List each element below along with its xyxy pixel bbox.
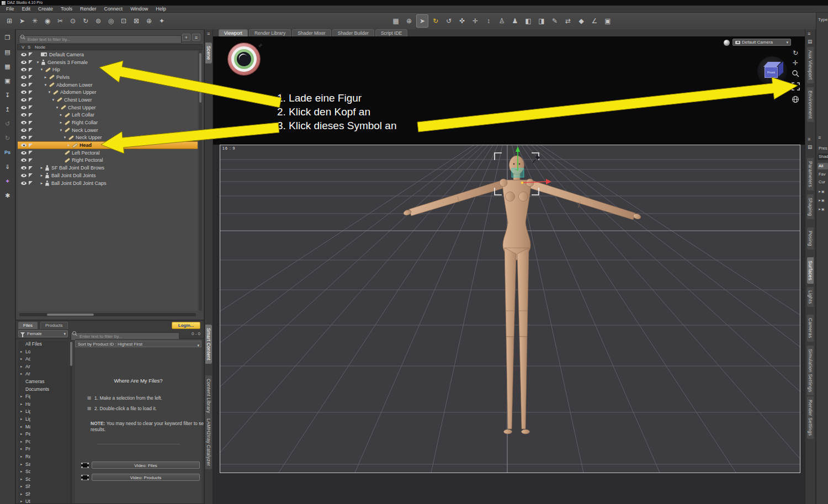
view-navigation-cube[interactable]: Front	[757, 56, 787, 86]
install-manager-icon[interactable]: ⇓	[2, 161, 14, 173]
visibility-eye-icon[interactable]	[21, 113, 26, 116]
category-cameras[interactable]: Cameras	[18, 378, 68, 386]
cube-node-icon[interactable]: ⊡	[118, 14, 130, 28]
selection-pointer-icon[interactable]	[29, 105, 33, 109]
tab-files[interactable]: Files	[18, 322, 38, 329]
selection-pointer-icon[interactable]	[29, 158, 33, 162]
globe-camera-icon[interactable]	[792, 96, 799, 105]
video-products-button[interactable]: Video: Products	[92, 474, 200, 481]
expand-icon[interactable]	[59, 129, 63, 132]
expand-icon[interactable]	[39, 182, 44, 185]
node-label[interactable]: Head	[79, 142, 92, 148]
menu-connect[interactable]: Connect	[100, 6, 127, 12]
selection-pointer-icon[interactable]	[29, 136, 33, 140]
spot-render-icon[interactable]: ▦	[390, 14, 402, 28]
render-aspect-frame[interactable]: 16 : 9	[220, 145, 800, 473]
scene-node-row[interactable]: Right Pectoral	[18, 157, 198, 165]
expand-icon[interactable]	[59, 121, 63, 124]
tab-presets-clipped[interactable]: Pres	[818, 145, 828, 152]
category-utilities[interactable]: Utilities	[18, 498, 30, 503]
pane-menu-icon[interactable]: ≡	[808, 31, 810, 36]
node-label[interactable]: Chest Lower	[64, 97, 92, 103]
joint-editor-icon[interactable]: ♟	[509, 14, 521, 28]
expand-icon[interactable]	[43, 83, 48, 87]
visibility-eye-icon[interactable]	[21, 182, 26, 185]
menu-create[interactable]: Create	[34, 6, 57, 12]
selection-pointer-icon[interactable]	[29, 75, 33, 79]
dforce-icon[interactable]: ✦	[2, 175, 14, 187]
expand-icon[interactable]	[39, 68, 44, 71]
node-label[interactable]: Genesis 3 Female	[47, 60, 88, 65]
menu-window[interactable]: Window	[126, 6, 152, 12]
translate-tool-icon[interactable]: ✛	[469, 14, 481, 28]
menu-file[interactable]: File	[2, 6, 18, 12]
scene-node-row[interactable]: Neck Upper	[18, 134, 198, 142]
scene-node-row[interactable]: Chest Lower	[18, 96, 198, 104]
filter-all-clipped[interactable]: All	[818, 163, 828, 169]
node-cut-icon[interactable]: ✂	[54, 14, 66, 28]
tab-shader-mixer[interactable]: Shader Mixer	[292, 29, 331, 36]
tab-products[interactable]: Products	[40, 322, 68, 329]
scene-filter-input[interactable]	[19, 35, 182, 44]
expand-icon[interactable]	[62, 136, 67, 139]
category-animations[interactable]: Animations	[18, 370, 30, 378]
tab-scene[interactable]: Scene	[205, 43, 212, 63]
tab-script-ide[interactable]: Script IDE	[375, 29, 407, 36]
selection-pointer-icon[interactable]	[29, 83, 33, 87]
visibility-eye-icon[interactable]	[21, 121, 26, 124]
redo-icon[interactable]: ↻	[2, 132, 14, 144]
selection-pointer-icon[interactable]	[29, 52, 33, 56]
expand-icon[interactable]	[51, 98, 56, 102]
video-files-button[interactable]: Video: Files	[92, 461, 200, 469]
scene-node-row[interactable]: Ball Joint Doll Joints	[18, 172, 198, 179]
active-pose-tool-icon[interactable]: ↺	[443, 14, 455, 28]
tab-render-library[interactable]: Render Library	[249, 29, 291, 36]
scene-node-row[interactable]: Ball Joint Doll Joint Caps	[18, 179, 198, 187]
scene-node-row[interactable]: Genesis 3 Female	[18, 59, 198, 66]
tab-posing[interactable]: Posing	[807, 227, 814, 250]
node-edit-icon[interactable]: ➤	[16, 14, 28, 28]
category-scrollbar[interactable]	[70, 341, 72, 503]
node-label[interactable]: Right Pectoral	[72, 157, 103, 163]
category-props[interactable]: Props	[18, 445, 30, 453]
visibility-eye-icon[interactable]	[21, 136, 26, 139]
menu-edit[interactable]: Edit	[18, 6, 35, 12]
import-icon[interactable]: ↧	[2, 89, 14, 101]
aim-at-icon[interactable]: ⊕	[403, 14, 415, 28]
tab-smart-content[interactable]: Smart Content	[205, 325, 212, 364]
expand-icon[interactable]	[43, 76, 48, 79]
selection-pointer-icon[interactable]	[29, 128, 33, 132]
surface-tree-row[interactable]: ►▣	[818, 207, 825, 211]
surface-selection-icon[interactable]: ◧	[522, 14, 534, 28]
node-label[interactable]: Left Collar	[72, 112, 94, 118]
category-figures[interactable]: Figures	[18, 393, 30, 401]
scene-horizontal-scrollbar[interactable]	[19, 313, 196, 316]
pin-rotation-icon[interactable]: ↻	[79, 14, 92, 28]
category-shaders[interactable]: Shaders	[18, 483, 30, 491]
nav-cube-front-face[interactable]: Front	[765, 67, 778, 78]
visibility-eye-icon[interactable]	[21, 166, 26, 169]
selection-pointer-icon[interactable]	[29, 173, 33, 177]
scene-node-row[interactable]: Left Pectoral	[18, 149, 198, 157]
sphere-gizmo-icon[interactable]: ◉	[41, 14, 54, 28]
visibility-eye-icon[interactable]	[21, 76, 26, 79]
tab-aux-viewport[interactable]: Aux Viewport	[807, 47, 814, 83]
orbit-camera-icon[interactable]: ↻	[793, 50, 798, 57]
visibility-eye-icon[interactable]	[21, 53, 26, 56]
node-label[interactable]: SF Ball Joint Doll Brows	[51, 165, 104, 171]
scene-node-row[interactable]: Neck Lower	[18, 126, 198, 134]
scene-node-row[interactable]: Pelvis	[18, 73, 198, 81]
expand-icon[interactable]	[39, 166, 44, 169]
expand-icon[interactable]	[66, 144, 71, 147]
visibility-eye-icon[interactable]	[21, 98, 26, 102]
camera-selector-dropdown[interactable]: Default Camera	[733, 39, 791, 46]
undo-icon[interactable]: ↺	[2, 118, 14, 130]
geometry-editor-icon[interactable]: ◨	[535, 14, 548, 28]
tab-shader-builder[interactable]: Shader Builder	[332, 29, 374, 36]
category-all-files[interactable]: All Files	[18, 341, 68, 348]
transfer-utility-icon[interactable]: ⇄	[562, 14, 574, 28]
scale-tool-icon[interactable]: ↕	[482, 14, 495, 28]
tab-simulation-settings[interactable]: Simulation Settings	[807, 346, 814, 395]
cube-pin-icon[interactable]: ⊠	[130, 14, 142, 28]
interactive-lesson-sphere-icon[interactable]	[228, 43, 260, 75]
